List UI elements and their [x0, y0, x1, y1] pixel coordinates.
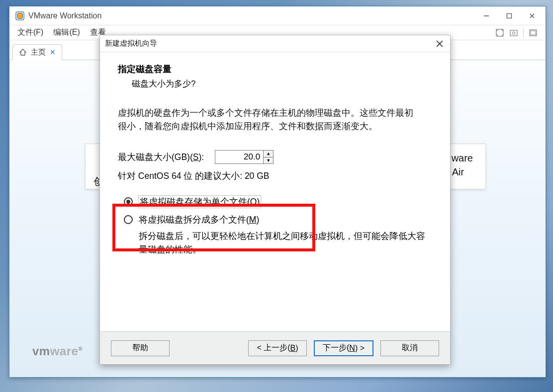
radio-dot-icon: [124, 197, 133, 206]
screenshot-icon[interactable]: [509, 28, 518, 37]
recommended-size-text: 针对 CentOS 64 位 的建议大小: 20 GB: [118, 170, 436, 182]
svg-rect-3: [507, 13, 512, 18]
menu-file[interactable]: 文件(F): [12, 25, 48, 40]
back-button[interactable]: < 上一步(B): [248, 340, 307, 356]
radio-single-file-label: 将虚拟磁盘存储为单个文件(O): [139, 196, 261, 208]
tab-home[interactable]: 主页 ✕: [12, 44, 62, 60]
titlebar: VMware Workstation: [9, 6, 546, 25]
disk-size-input[interactable]: [215, 151, 263, 163]
dialog-subheading: 磁盘大小为多少?: [132, 78, 436, 89]
dialog-footer: 帮助 < 上一步(B) 下一步(N) > 取消: [100, 331, 450, 364]
new-vm-wizard-dialog: 新建虚拟机向导 指定磁盘容量 磁盘大小为多少? 虚拟机的硬盘作为一个或多个文件存…: [99, 35, 451, 365]
app-title: VMware Workstation: [28, 11, 101, 20]
dialog-body: 指定磁盘容量 磁盘大小为多少? 虚拟机的硬盘作为一个或多个文件存储在主机的物理磁…: [100, 52, 450, 330]
window-close-button[interactable]: [521, 8, 544, 23]
radio-split-files[interactable]: 将虚拟磁盘拆分成多个文件(M): [124, 214, 436, 226]
vmware-watermark: vmware®: [32, 344, 83, 358]
disk-size-field: ▲ ▼: [215, 150, 274, 164]
radio-split-files-label: 将虚拟磁盘拆分成多个文件(M): [139, 214, 259, 226]
dialog-description: 虚拟机的硬盘作为一个或多个文件存储在主机的物理磁盘中。这些文件最初很小，随着您向…: [118, 106, 416, 133]
disk-size-label: 最大磁盘大小(GB)(S):: [118, 151, 204, 163]
spin-up-button[interactable]: ▲: [264, 151, 273, 157]
library-icon[interactable]: [529, 28, 538, 37]
dialog-heading: 指定磁盘容量: [118, 63, 436, 75]
spinner: ▲ ▼: [263, 151, 273, 163]
window-maximize-button[interactable]: [498, 8, 521, 23]
dialog-title: 新建虚拟机向导: [105, 39, 157, 48]
window-minimize-button[interactable]: [475, 8, 498, 23]
dialog-titlebar: 新建虚拟机向导: [100, 35, 450, 52]
disk-size-row: 最大磁盘大小(GB)(S): ▲ ▼: [118, 150, 436, 164]
cancel-button[interactable]: 取消: [380, 340, 439, 356]
toolbar-icons: [495, 25, 543, 40]
tab-label: 主页: [31, 48, 46, 57]
tab-close-icon[interactable]: ✕: [50, 48, 56, 56]
disk-store-options: 将虚拟磁盘存储为单个文件(O) 将虚拟磁盘拆分成多个文件(M) 拆分磁盘后，可以…: [118, 196, 436, 256]
radio-dot-icon: [124, 215, 133, 224]
dialog-close-button[interactable]: [434, 38, 445, 49]
svg-rect-10: [531, 31, 536, 35]
radio-single-file[interactable]: 将虚拟磁盘存储为单个文件(O): [124, 196, 436, 208]
help-button[interactable]: 帮助: [111, 340, 170, 356]
menu-edit[interactable]: 编辑(E): [48, 25, 85, 40]
home-icon: [19, 48, 27, 56]
split-note-text: 拆分磁盘后，可以更轻松地在计算机之间移动虚拟机，但可能会降低大容量磁盘的性能。: [139, 230, 427, 256]
next-button[interactable]: 下一步(N) >: [314, 340, 373, 356]
vmware-app-icon: [15, 11, 24, 20]
fullscreen-icon[interactable]: [495, 28, 504, 37]
svg-point-8: [513, 32, 515, 34]
svg-rect-1: [17, 13, 23, 18]
svg-rect-7: [510, 30, 517, 36]
spin-down-button[interactable]: ▼: [264, 157, 273, 164]
